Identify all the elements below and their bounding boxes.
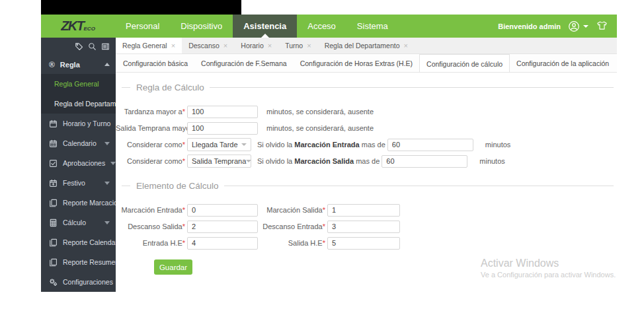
subtab-configuracion-horas-extras[interactable]: Configuración de Horas Extras (H.E) (294, 54, 419, 72)
form-row-marcacion: Marcación Entrada* Marcación Salida* (116, 203, 617, 217)
sidebar: ® Regla Regla General Regla del Departam… (41, 38, 116, 292)
sidebar-item-calendario[interactable]: Calendario (41, 133, 116, 153)
sidebar-item-reporte-marcaciones[interactable]: Reporte Marcaciones (41, 193, 116, 213)
theme-menu[interactable] (596, 20, 608, 32)
field-label: Salida Temprana mayor a* (116, 124, 185, 132)
close-icon[interactable]: × (171, 42, 175, 50)
tab-horario[interactable]: Horario × (234, 38, 278, 53)
page: ZKTECO Personal Dispositivo Asistencia A… (0, 0, 644, 309)
search-icon[interactable] (88, 42, 97, 51)
sidebar-item-regla-del-departamento[interactable]: Regla del Departamento (41, 94, 116, 114)
legend-line (210, 87, 614, 88)
tardanza-input[interactable] (187, 106, 258, 118)
chevron-down-icon (104, 221, 110, 224)
descanso-entrada-input[interactable] (327, 221, 400, 233)
registered-icon: ® (49, 60, 55, 69)
user-menu[interactable] (568, 20, 588, 32)
sidebar-item-regla-general[interactable]: Regla General (41, 74, 116, 94)
sidebar-item-label: Reporte Resumen (63, 258, 119, 266)
zkteco-logo: ZKTECO (41, 15, 115, 38)
tab-regla-del-departamento[interactable]: Regla del Departamento × (318, 38, 415, 53)
subtab-configuracion-aplicacion[interactable]: Configuración de la aplicación (510, 54, 616, 72)
sidebar-item-horario-y-turno[interactable]: Horario y Turno (41, 114, 116, 133)
checkbox-check-icon (49, 159, 58, 168)
salida-he-input[interactable] (327, 237, 400, 250)
close-icon[interactable]: × (268, 42, 272, 50)
form-row-salida-temprana: Salida Temprana mayor a* minutos, se con… (116, 121, 617, 135)
sidebar-item-label: Festivo (63, 179, 85, 187)
tab-bar: Regla General × Descanso × Horario × Tur… (116, 38, 617, 54)
chevron-down-icon (241, 143, 247, 146)
sidebar-item-label: Calendario (63, 139, 97, 147)
marcacion-salida-input[interactable] (327, 204, 400, 217)
nav-acceso[interactable]: Acceso (297, 15, 346, 38)
tab-descanso[interactable]: Descanso × (182, 38, 234, 53)
field-label: Considerar como* (116, 157, 185, 165)
nav-dispositivo[interactable]: Dispositivo (170, 15, 233, 38)
top-navbar: ZKTECO Personal Dispositivo Asistencia A… (41, 15, 617, 38)
calendar-grid-icon (49, 139, 58, 148)
section-elemento-de-calculo: Elemento de Cálculo (116, 180, 617, 191)
sidebar-item-label: Configuraciones (63, 278, 113, 286)
sidebar-item-reporte-resumen[interactable]: Reporte Resumen (41, 252, 116, 272)
menu-toggle-icon[interactable] (101, 42, 110, 51)
tab-turno[interactable]: Turno × (278, 38, 317, 53)
field-label: Considerar como* (116, 141, 185, 149)
sidebar-item-label: Horario y Turno (63, 120, 110, 127)
tag-icon[interactable] (75, 42, 83, 51)
close-icon[interactable]: × (403, 42, 407, 50)
close-icon[interactable]: × (223, 42, 227, 50)
subtab-configuracion-fsemana[interactable]: Configuración de F.Semana (194, 54, 294, 72)
marcacion-entrada-input[interactable] (187, 204, 258, 217)
required-asterisk: * (182, 239, 185, 247)
field-suffix: minutos, se considerará, ausente (266, 124, 374, 132)
sidebar-item-label: Aprobaciones (63, 159, 105, 167)
logo-text-main: ZKT (61, 18, 83, 34)
user-icon (568, 20, 580, 32)
sidebar-group-label: Regla (60, 61, 80, 69)
descanso-salida-input[interactable] (187, 221, 258, 233)
save-button[interactable]: Guardar (154, 259, 192, 275)
form-row-considerar-salida: Considerar como* Salida Temprana Si olvi… (116, 154, 617, 168)
sidebar-item-festivo[interactable]: Festivo (41, 173, 116, 193)
salida-temprana-input[interactable] (187, 122, 258, 135)
considerar-como-entrada-select[interactable]: Llegada Tarde (187, 138, 251, 151)
sidebar-item-label: Reporte Calendario (63, 238, 123, 246)
olvido-salida-minutos-input[interactable] (382, 155, 467, 168)
sidebar-item-configuraciones[interactable]: Configuraciones (41, 272, 116, 292)
field-label: Marcación Salida* (258, 206, 325, 214)
form-row-considerar-entrada: Considerar como* Llegada Tarde Si olvido… (116, 138, 617, 151)
main-panel: Regla General × Descanso × Horario × Tur… (116, 38, 617, 292)
required-asterisk: * (182, 223, 185, 230)
considerar-como-salida-select[interactable]: Salida Temprana (187, 154, 251, 168)
close-icon[interactable]: × (307, 42, 311, 50)
field-suffix: minutos (479, 157, 505, 165)
olvido-entrada-minutos-input[interactable] (387, 139, 473, 151)
field-suffix: minutos (485, 141, 511, 149)
tab-label: Regla del Departamento (325, 42, 400, 50)
field-suffix: minutos, se considerará, ausente (266, 108, 374, 116)
elemento-rows: Marcación Entrada* Marcación Salida* Des… (116, 203, 617, 250)
legend-dash (122, 186, 130, 186)
sidebar-item-regla[interactable]: ® Regla (41, 55, 116, 74)
sidebar-item-aprobaciones[interactable]: Aprobaciones (41, 153, 116, 173)
report-pages-icon (49, 199, 58, 207)
subtab-configuracion-basica[interactable]: Configuración básica (116, 54, 194, 72)
watermark-subtitle: Ve a Configuración para activar Windows. (481, 271, 616, 279)
nav-personal[interactable]: Personal (115, 15, 170, 38)
required-asterisk: * (323, 223, 325, 230)
chevron-down-icon (246, 160, 251, 162)
nav-sistema[interactable]: Sistema (346, 15, 399, 38)
topbar-right: Bienvenido admin (498, 15, 617, 38)
entrada-he-input[interactable] (187, 237, 258, 250)
required-asterisk: * (182, 141, 185, 149)
nav-asistencia[interactable]: Asistencia (233, 15, 297, 38)
tab-regla-general[interactable]: Regla General × (116, 38, 182, 53)
subtab-configuracion-calculo[interactable]: Configuración de cálculo (419, 54, 510, 73)
app-window: ZKTECO Personal Dispositivo Asistencia A… (41, 15, 617, 292)
sidebar-item-calculo[interactable]: Cálculo (41, 213, 116, 232)
sidebar-item-reporte-calendario[interactable]: Reporte Calendario (41, 232, 116, 252)
field-label: Descanso Salida* (116, 223, 185, 230)
tab-label: Descanso (188, 42, 220, 50)
olvido-salida-sentence: Si olvido la Marcación Salida mas de (257, 157, 380, 165)
